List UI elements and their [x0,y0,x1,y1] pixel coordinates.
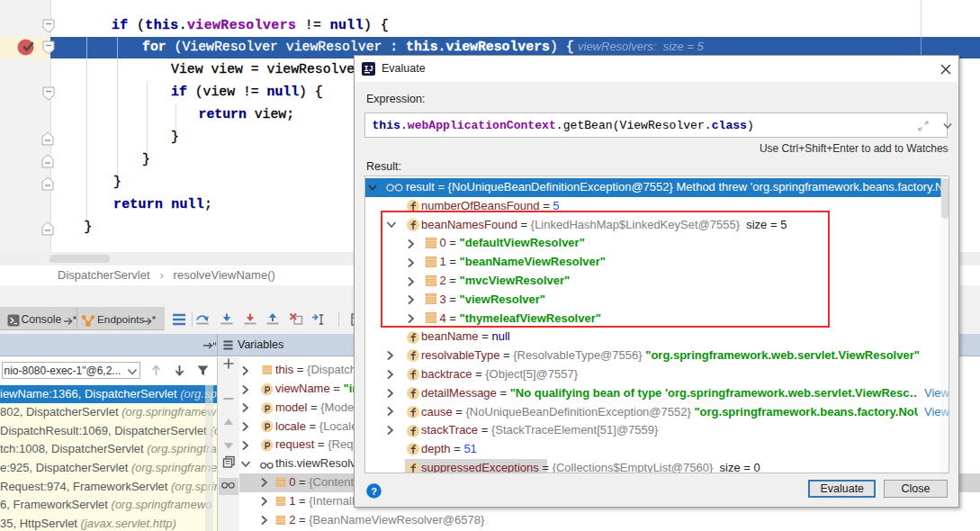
svg-text:?: ? [371,485,377,496]
